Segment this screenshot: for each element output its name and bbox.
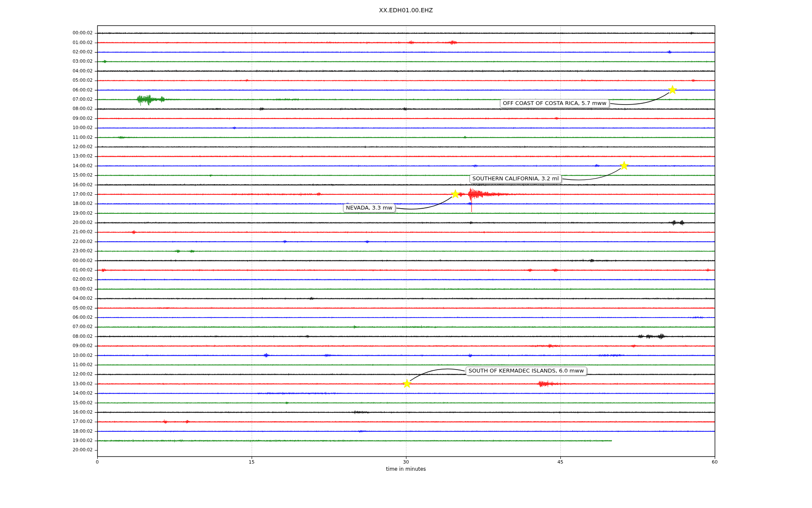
event-annotations-layer: OFF COAST OF COSTA RICA, 5.7 mwwSOUTHERN… bbox=[0, 0, 812, 508]
earthquake-annotation: SOUTH OF KERMADEC ISLANDS, 6.0 mww bbox=[466, 367, 587, 375]
helicorder-figure: XX.EDH01.00.EHZ 00:00:0201:00:0202:00:02… bbox=[0, 0, 812, 508]
earthquake-annotation: OFF COAST OF COSTA RICA, 5.7 mww bbox=[500, 99, 609, 108]
earthquake-annotation: SOUTHERN CALIFORNIA, 3.2 ml bbox=[469, 174, 562, 183]
earthquake-annotation: NEVADA, 3.3 mw bbox=[343, 204, 395, 213]
